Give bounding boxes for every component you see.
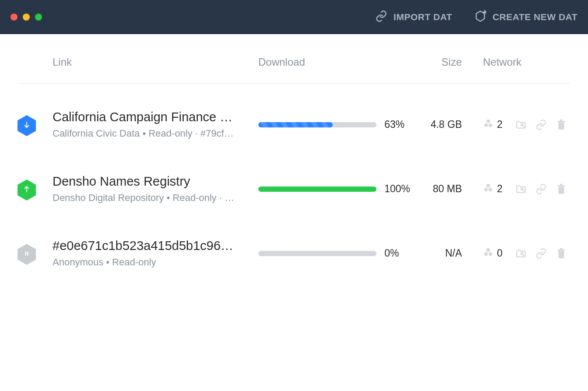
svg-point-24 <box>484 252 488 256</box>
svg-point-23 <box>486 248 490 252</box>
dat-size: 80 MB <box>420 183 462 195</box>
peers-icon <box>483 247 493 260</box>
open-in-finder-icon[interactable] <box>515 183 527 195</box>
peers-count: 2 <box>497 183 503 195</box>
progress-bar <box>258 122 377 127</box>
copy-link-icon[interactable] <box>535 248 547 259</box>
create-new-dat-button[interactable]: CREATE NEW DAT <box>474 10 577 25</box>
progress-percent: 100% <box>384 183 410 195</box>
progress-bar <box>258 187 377 192</box>
copy-link-icon[interactable] <box>535 183 547 195</box>
create-new-dat-label: CREATE NEW DAT <box>493 12 577 22</box>
dat-subtitle: California Civic Data • Read-only · #79c… <box>53 128 245 139</box>
delete-icon[interactable] <box>556 248 567 259</box>
svg-rect-18 <box>557 185 565 187</box>
svg-line-17 <box>523 190 524 191</box>
titlebar: IMPORT DAT CREATE NEW DAT <box>0 0 588 34</box>
svg-point-14 <box>484 188 488 191</box>
open-in-finder-icon[interactable] <box>515 248 527 259</box>
status-hexagon-icon[interactable] <box>18 180 36 201</box>
table-header: Link Download Size Network <box>18 56 570 84</box>
svg-rect-19 <box>560 184 563 185</box>
dat-size: N/A <box>420 247 462 259</box>
progress-percent: 0% <box>384 247 399 259</box>
minimize-window-button[interactable] <box>23 14 30 21</box>
delete-icon[interactable] <box>556 183 567 195</box>
status-hexagon-icon[interactable] <box>18 244 36 265</box>
svg-rect-9 <box>557 121 565 122</box>
peers-count: 0 <box>497 247 503 259</box>
dat-subtitle: Densho Digital Repository • Read-only · … <box>53 192 245 204</box>
network-peers: 2 <box>462 183 514 196</box>
status-hexagon-icon[interactable] <box>18 115 36 136</box>
svg-line-8 <box>523 126 524 127</box>
svg-point-15 <box>489 188 492 191</box>
maximize-window-button[interactable] <box>35 14 42 21</box>
svg-point-25 <box>489 252 492 256</box>
svg-point-6 <box>489 123 492 127</box>
main-content: Link Download Size Network California Ca… <box>0 34 588 277</box>
svg-rect-29 <box>560 248 563 250</box>
table-row[interactable]: California Campaign Finance … California… <box>18 84 570 148</box>
progress-percent: 63% <box>384 119 405 130</box>
column-header-link: Link <box>53 56 258 68</box>
table-row[interactable]: Densho Names Registry Densho Digital Rep… <box>18 148 570 212</box>
link-icon <box>375 10 387 25</box>
column-header-size: Size <box>420 56 462 68</box>
network-peers: 0 <box>462 247 514 260</box>
svg-rect-22 <box>27 251 28 255</box>
svg-rect-21 <box>25 251 26 255</box>
network-peers: 2 <box>462 118 514 131</box>
dat-subtitle: Anonymous • Read-only <box>53 257 245 268</box>
column-header-network: Network <box>462 56 521 68</box>
svg-line-27 <box>523 254 524 256</box>
svg-point-4 <box>486 120 490 123</box>
dat-title: Densho Names Registry <box>53 174 245 189</box>
copy-link-icon[interactable] <box>535 119 547 130</box>
dat-title: California Campaign Finance … <box>53 110 245 124</box>
svg-point-13 <box>486 184 490 187</box>
peers-count: 2 <box>497 119 503 130</box>
svg-rect-28 <box>557 250 565 251</box>
window-controls <box>11 14 42 21</box>
close-window-button[interactable] <box>11 14 18 21</box>
svg-point-5 <box>484 123 488 127</box>
peers-icon <box>483 118 493 131</box>
column-header-download: Download <box>258 56 420 68</box>
import-dat-button[interactable]: IMPORT DAT <box>375 10 452 25</box>
hexagon-plus-icon <box>474 10 486 25</box>
svg-rect-10 <box>560 120 563 121</box>
table-row[interactable]: #e0e671c1b523a415d5b1c96… Anonymous • Re… <box>18 212 570 277</box>
import-dat-label: IMPORT DAT <box>394 12 452 22</box>
open-in-finder-icon[interactable] <box>515 119 527 130</box>
dat-title: #e0e671c1b523a415d5b1c96… <box>53 239 245 253</box>
progress-bar <box>258 251 377 256</box>
delete-icon[interactable] <box>556 119 567 130</box>
dat-size: 4.8 GB <box>420 119 462 130</box>
peers-icon <box>483 183 493 196</box>
